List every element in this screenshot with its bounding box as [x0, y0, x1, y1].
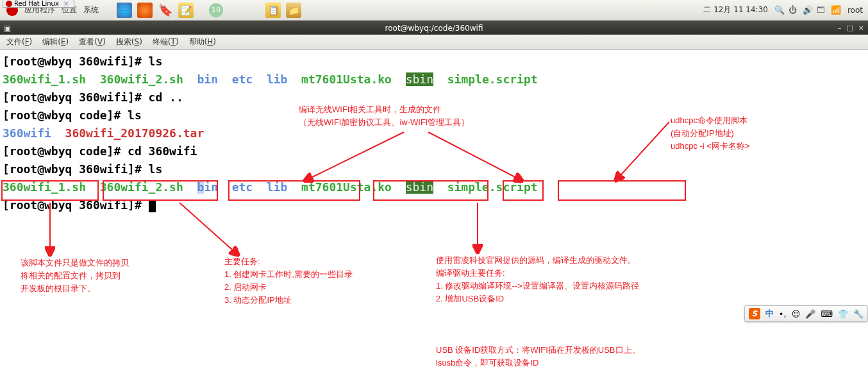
firefox-icon[interactable]: [137, 3, 153, 18]
sogou-icon[interactable]: S: [749, 308, 760, 319]
menu-file[interactable]: 文件(F): [6, 37, 32, 47]
tray-icons: 🔍 ⏻ 🔊 🗔 📶: [774, 5, 841, 15]
maximize-button[interactable]: □: [846, 24, 853, 32]
os-tab[interactable]: Red Hat Linux ×: [3, 0, 74, 8]
os-tab-label: Red Hat Linux: [14, 0, 59, 7]
ime-lang[interactable]: 中: [765, 308, 774, 319]
web-browser-icon[interactable]: 🌐: [117, 3, 132, 18]
display-icon[interactable]: 🗔: [817, 5, 827, 15]
terminal-icon: ▣: [4, 24, 11, 33]
clock[interactable]: 二 12月 11 14:30: [703, 4, 768, 15]
network-icon[interactable]: 📶: [831, 5, 841, 15]
badge-10-icon[interactable]: 10: [209, 3, 223, 17]
bookmark-icon[interactable]: 🔖: [158, 3, 173, 18]
ime-skin-icon[interactable]: 👕: [838, 309, 848, 319]
folder-icon[interactable]: 📁: [286, 3, 301, 18]
close-button[interactable]: ×: [858, 24, 864, 32]
ime-punct-icon[interactable]: •,: [779, 309, 787, 319]
panel-system[interactable]: 系统: [83, 4, 99, 15]
cursor: [149, 199, 156, 212]
ime-bar[interactable]: S 中 •, ☺ 🎤 ⌨ 👕 🔧: [744, 305, 868, 322]
window-title: root@wbyq:/code/360wifi: [385, 24, 483, 33]
settings-icon[interactable]: ⏻: [789, 5, 799, 15]
menu-terminal[interactable]: 终端(T): [153, 37, 179, 47]
terminal-menubar: 文件(F) 编辑(E) 查看(V) 搜索(S) 终端(T) 帮助(H): [0, 35, 868, 50]
window-titlebar[interactable]: ▣ root@wbyq:/code/360wifi – □ ×: [0, 21, 868, 35]
menu-edit[interactable]: 编辑(E): [42, 37, 69, 47]
menu-help[interactable]: 帮助(H): [189, 37, 216, 47]
menu-view[interactable]: 查看(V): [79, 37, 106, 47]
volume-icon[interactable]: 🔊: [803, 5, 813, 15]
close-icon[interactable]: ×: [63, 0, 69, 7]
terminal-body[interactable]: [root@wbyq 360wifi]# ls 360wifi_1.sh 360…: [0, 50, 868, 381]
redhat-icon: [6, 1, 12, 7]
gnome-panel: 应用程序 位置 系统 🌐 🔖 📝 10 📋 📁 二 12月 11 14:30 🔍…: [0, 0, 868, 21]
panel-user[interactable]: root: [847, 6, 863, 15]
notes-icon[interactable]: 📝: [178, 3, 194, 18]
zoom-icon[interactable]: 🔍: [774, 5, 785, 15]
ime-smiley-icon[interactable]: ☺: [792, 309, 801, 319]
ime-tool-icon[interactable]: 🔧: [853, 309, 864, 319]
notes2-icon[interactable]: 📋: [265, 3, 281, 18]
ime-keyboard-icon[interactable]: ⌨: [821, 309, 833, 319]
ime-mic-icon[interactable]: 🎤: [805, 309, 815, 319]
menu-search[interactable]: 搜索(S): [116, 37, 142, 47]
minimize-button[interactable]: –: [838, 24, 842, 32]
terminal-output: [root@wbyq 360wifi]# ls 360wifi_1.sh 360…: [3, 53, 865, 214]
